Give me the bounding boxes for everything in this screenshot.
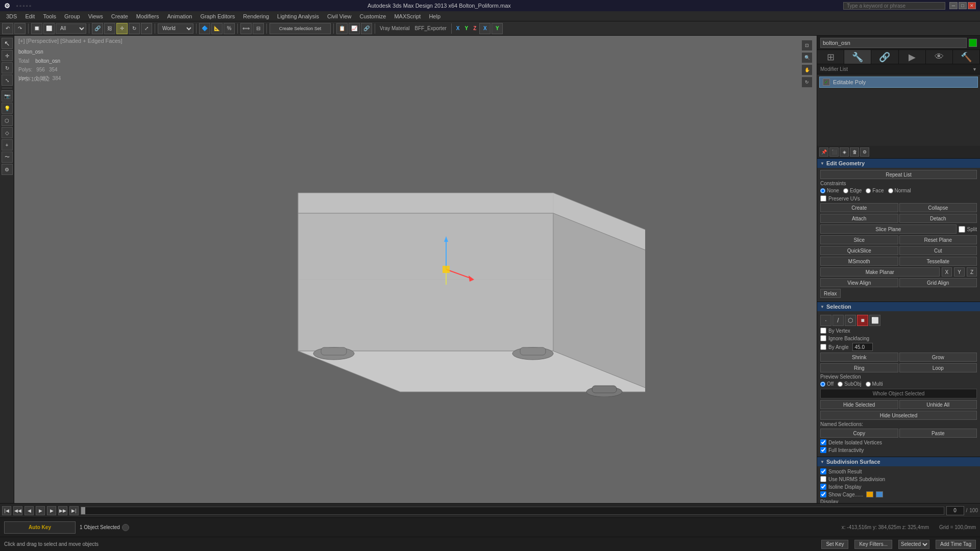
menu-lighting[interactable]: Lighting Analysis bbox=[273, 12, 323, 20]
modifier-list-arrow[interactable]: ▼ bbox=[972, 67, 977, 72]
ignore-backfacing-checkbox[interactable] bbox=[820, 335, 826, 341]
collapse-button[interactable]: Collapse bbox=[899, 203, 977, 212]
redo-button[interactable]: ↷ bbox=[14, 23, 26, 34]
orbit-button[interactable]: ↻ bbox=[801, 77, 813, 88]
split-checkbox[interactable] bbox=[959, 226, 965, 233]
tab-hierarchy[interactable]: 🔗 bbox=[871, 50, 898, 64]
system-tool[interactable]: ⚙ bbox=[2, 164, 13, 175]
modifier-item-editable-poly[interactable]: ✓ Editable Poly bbox=[819, 77, 978, 88]
slice-plane-button[interactable]: Slice Plane bbox=[820, 224, 957, 234]
reference-coord-dropdown[interactable]: World bbox=[158, 23, 193, 34]
grow-button[interactable]: Grow bbox=[899, 353, 977, 362]
align-button[interactable]: ⊟ bbox=[253, 23, 264, 34]
by-vertex-checkbox[interactable] bbox=[820, 328, 826, 334]
camera-tool[interactable]: 📷 bbox=[2, 90, 13, 102]
pan-button[interactable]: ✋ bbox=[801, 64, 813, 76]
grid-align-button[interactable]: Grid Align bbox=[899, 278, 977, 287]
slice-button[interactable]: Slice bbox=[820, 235, 898, 244]
viewport[interactable]: [+] [Perspective] [Shaded + Edged Faces]… bbox=[14, 36, 817, 503]
planar-y-button[interactable]: Y bbox=[954, 267, 965, 277]
menu-views[interactable]: Views bbox=[84, 12, 107, 20]
menu-icons[interactable]: ▫ ▫ ▫ ▫ ▫ bbox=[16, 3, 31, 9]
paste-button[interactable]: Paste bbox=[899, 429, 977, 438]
current-frame-input[interactable] bbox=[946, 506, 964, 515]
timeline-play-button[interactable]: ▶ bbox=[36, 506, 45, 515]
timeline-next-button[interactable]: ▶▶ bbox=[58, 506, 67, 515]
reset-plane-button[interactable]: Reset Plane bbox=[899, 235, 977, 244]
hide-selected-button[interactable]: Hide Selected bbox=[820, 400, 898, 409]
menu-customize[interactable]: Customize bbox=[355, 12, 390, 20]
menu-group[interactable]: Group bbox=[60, 12, 84, 20]
select-button[interactable]: 🔲 bbox=[31, 23, 42, 34]
menu-help[interactable]: Help bbox=[425, 12, 445, 20]
by-angle-checkbox[interactable] bbox=[820, 344, 826, 350]
mirror-button[interactable]: ⟺ bbox=[240, 23, 252, 34]
shape-tool[interactable]: ◇ bbox=[2, 127, 13, 138]
constraint-edge-radio[interactable] bbox=[843, 188, 848, 193]
layer-manager-button[interactable]: 📋 bbox=[336, 23, 348, 34]
set-key-button[interactable]: Set Key bbox=[821, 540, 848, 549]
copy-button[interactable]: Copy bbox=[820, 429, 898, 438]
timeline-track[interactable] bbox=[81, 507, 944, 515]
attach-button[interactable]: Attach bbox=[820, 214, 898, 223]
tab-create[interactable]: ⊞ bbox=[817, 50, 844, 64]
add-time-tag-button[interactable]: Add Time Tag bbox=[936, 540, 976, 549]
timeline-prev-button[interactable]: ◀◀ bbox=[13, 506, 22, 515]
create-selection-button[interactable]: Create Selection Set bbox=[270, 23, 331, 34]
tessellate-button[interactable]: Tessellate bbox=[899, 257, 977, 266]
rotate-tool[interactable]: ↻ bbox=[2, 62, 13, 73]
select-region-button[interactable]: ⬜ bbox=[43, 23, 55, 34]
make-unique-button[interactable]: ◈ bbox=[840, 147, 849, 157]
use-nurms-checkbox[interactable] bbox=[820, 476, 826, 482]
x-constraint-button[interactable]: X bbox=[479, 23, 491, 34]
tab-display[interactable]: 👁 bbox=[926, 50, 953, 64]
angle-value-input[interactable] bbox=[852, 343, 873, 351]
timeline-next-frame-button[interactable]: ▶ bbox=[47, 506, 56, 515]
rollout-selection-header[interactable]: ▼ Selection bbox=[817, 302, 980, 311]
relax-button[interactable]: Relax bbox=[820, 289, 841, 298]
unhide-all-button[interactable]: Unhide All bbox=[899, 400, 977, 409]
curve-editor-button[interactable]: 📈 bbox=[349, 23, 360, 34]
rollout-subdivision-header[interactable]: ▼ Subdivision Surface bbox=[817, 457, 980, 466]
maximize-button[interactable]: □ bbox=[959, 2, 967, 9]
rollout-edit-geometry-header[interactable]: ▼ Edit Geometry bbox=[817, 159, 980, 168]
undo-button[interactable]: ↶ bbox=[2, 23, 13, 34]
delete-isolated-checkbox[interactable] bbox=[820, 439, 826, 445]
create-button[interactable]: Create bbox=[820, 203, 898, 212]
loop-button[interactable]: Loop bbox=[899, 363, 977, 372]
geometry-tool[interactable]: ⬡ bbox=[2, 115, 13, 126]
hide-unselected-button[interactable]: Hide Unselected bbox=[820, 411, 977, 420]
msmooth-button[interactable]: MSmooth bbox=[820, 257, 898, 266]
cut-button[interactable]: Cut bbox=[899, 246, 977, 255]
rotate-button[interactable]: ↻ bbox=[129, 23, 140, 34]
edge-icon[interactable]: / bbox=[832, 315, 844, 326]
tab-motion[interactable]: ▶ bbox=[899, 50, 926, 64]
minimize-button[interactable]: ─ bbox=[949, 2, 958, 9]
search-input[interactable] bbox=[843, 2, 945, 10]
pin-stack-button[interactable]: 📌 bbox=[819, 147, 828, 157]
menu-tools[interactable]: Tools bbox=[39, 12, 60, 20]
preview-off-radio[interactable] bbox=[820, 382, 825, 387]
object-name-input[interactable] bbox=[820, 38, 967, 48]
shrink-button[interactable]: Shrink bbox=[820, 353, 898, 362]
percent-snap-button[interactable]: % bbox=[224, 23, 235, 34]
menu-animation[interactable]: Animation bbox=[163, 12, 196, 20]
polygon-icon[interactable]: ■ bbox=[857, 315, 868, 326]
vertex-icon[interactable]: · bbox=[820, 315, 831, 326]
scale-button[interactable]: ⤢ bbox=[141, 23, 152, 34]
viewport-label[interactable]: [+] [Perspective] [Shaded + Edged Faces] bbox=[18, 38, 122, 44]
remove-modifier-button[interactable]: 🗑 bbox=[850, 147, 859, 157]
menu-edit[interactable]: Edit bbox=[21, 12, 39, 20]
menu-modifiers[interactable]: Modifiers bbox=[132, 12, 163, 20]
show-end-result-button[interactable]: ⬛ bbox=[829, 147, 839, 157]
full-interactivity-checkbox[interactable] bbox=[820, 447, 826, 453]
isoline-display-checkbox[interactable] bbox=[820, 484, 826, 490]
menu-3ds[interactable]: 3DS bbox=[2, 12, 21, 20]
move-tool[interactable]: ✛ bbox=[2, 50, 13, 61]
modifier-check[interactable]: ✓ bbox=[823, 79, 830, 86]
helper-tool[interactable]: + bbox=[2, 139, 13, 151]
border-icon[interactable]: ⬡ bbox=[845, 315, 856, 326]
select-move-button[interactable]: ✛ bbox=[116, 23, 128, 34]
cage-color-2[interactable] bbox=[876, 491, 883, 497]
preview-multi-radio[interactable] bbox=[866, 382, 871, 387]
